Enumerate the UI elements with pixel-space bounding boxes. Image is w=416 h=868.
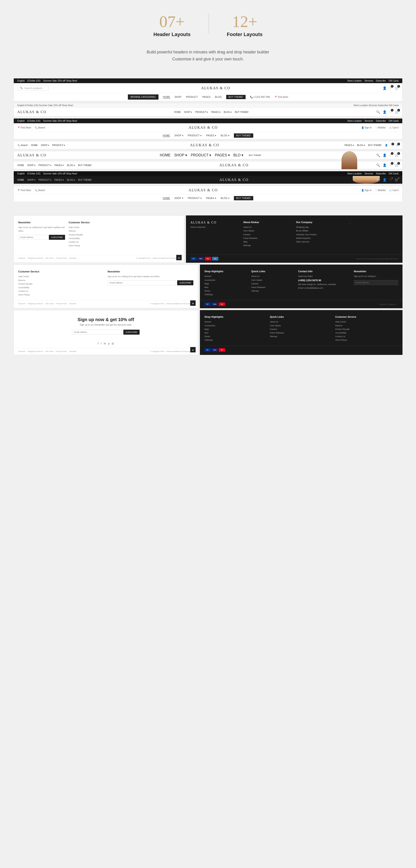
sh2-link-4[interactable]: Men	[204, 331, 267, 335]
nav-product-7[interactable]: PRODUCT ▾	[38, 179, 51, 181]
user-icon[interactable]: 👤	[383, 86, 386, 90]
search-icon-6[interactable]: 🔍	[376, 163, 380, 167]
search-icon-7[interactable]: 🔍	[376, 178, 380, 182]
shop-link-6[interactable]: Clothings	[204, 293, 248, 296]
wishlist-3[interactable]: ♡ Wishlist	[375, 126, 386, 129]
ql-link-2[interactable]: Core Values	[251, 278, 296, 282]
company-link-5[interactable]: Other Services	[296, 240, 345, 244]
about-link-6[interactable]: Sitemap	[243, 244, 292, 247]
lang-selector[interactable]: English	[17, 80, 25, 82]
sh2-link-2[interactable]: Accessories	[204, 324, 267, 328]
ql2-link-2[interactable]: Core Values	[270, 324, 333, 328]
store-loc-3[interactable]: Store Location	[347, 120, 362, 122]
nav-buy-2[interactable]: BUY THEME!	[235, 111, 248, 113]
pinterest-icon[interactable]: p	[108, 342, 109, 345]
sh2-link-1[interactable]: Women	[204, 320, 267, 323]
currency-7[interactable]: $ Dollar (US)	[28, 173, 40, 175]
gifts-3[interactable]: Gift Cards	[388, 120, 398, 122]
brand-logo-7[interactable]: ALUKAS & CO	[219, 178, 249, 182]
company-link-1[interactable]: Shopping App	[296, 225, 345, 229]
search-3[interactable]: 🔍 Search	[35, 126, 45, 129]
wishlist-2[interactable]: ♡0	[389, 110, 392, 114]
nav-product-4[interactable]: PRODUCT ▾	[52, 144, 65, 147]
user-icon-4[interactable]: 👤	[385, 144, 388, 147]
subscribe-link[interactable]: Subscribe	[376, 80, 386, 82]
lang-7[interactable]: English	[17, 173, 25, 175]
brand-logo-1[interactable]: ALUKAS & CO	[201, 86, 231, 90]
stockists-link[interactable]: Stockists	[69, 257, 76, 259]
search-icon-4[interactable]: 🔍 Search	[17, 144, 28, 147]
sh2-link-5[interactable]: Shoes	[204, 335, 267, 338]
nav-product-5[interactable]: PRODUCT ▾	[190, 153, 211, 157]
nav-pages-7[interactable]: PAGES ▾	[55, 179, 64, 181]
email-input-1[interactable]	[18, 235, 47, 240]
nav-blog-1[interactable]: BLOG	[215, 96, 222, 98]
privacy-link[interactable]: Privacy Policy	[56, 257, 67, 259]
user-icon-2[interactable]: 👤	[383, 110, 386, 114]
nav-product-6[interactable]: PRODUCT ▾	[38, 164, 51, 166]
nav-buy-6[interactable]: BUY THEME!	[78, 164, 92, 166]
nav-shop-8[interactable]: SHOP ▾	[174, 197, 183, 199]
gifts-7[interactable]: Gift Cards	[388, 173, 398, 175]
nav-home-1[interactable]: HOME	[163, 96, 170, 98]
stockists-link-3[interactable]: Stockists	[69, 350, 76, 352]
nav-pages-2[interactable]: PAGES ▾	[211, 111, 220, 113]
cart-icon-badge[interactable]: 🛒0	[395, 86, 398, 90]
browse-categories-btn[interactable]: BROWSE CATEGORIES	[128, 94, 159, 100]
cart-5[interactable]: 🛒0	[395, 153, 398, 157]
nav-blog-4[interactable]: BLOG ▾	[357, 144, 365, 147]
brand-logo-2[interactable]: ALUKAS & CO	[17, 110, 46, 114]
nav-buy-3[interactable]: BUY THEME!	[234, 133, 253, 138]
about-link-2[interactable]: Core Values	[243, 229, 292, 232]
ql-link-1[interactable]: About Us	[251, 275, 296, 278]
csd-link-3[interactable]: Product Recalls	[335, 328, 398, 331]
wishlist-6[interactable]: ♡0	[389, 163, 392, 167]
nav-blog-2[interactable]: BLOG ▾	[224, 111, 232, 113]
nav-shop-7[interactable]: SHOP ▾	[27, 179, 35, 181]
privacy-link-3[interactable]: Privacy Policy	[56, 350, 67, 352]
nav-shop-3[interactable]: SHOP ▾	[174, 134, 183, 137]
ql2-link-3[interactable]: Careers	[270, 328, 333, 331]
nav-shop-6[interactable]: SHOP ▾	[27, 164, 35, 166]
csd-link-2[interactable]: Returns	[335, 324, 398, 328]
gift-link-3[interactable]: Gift Cards	[45, 350, 54, 352]
search-box-1[interactable]: 🔍 Search products	[17, 85, 49, 91]
nav-buy-4[interactable]: BUY THEME!	[368, 144, 382, 147]
email-input-centered[interactable]	[72, 330, 122, 335]
subscribe-7[interactable]: Subscribe	[376, 173, 386, 175]
subscribe-btn-2[interactable]: SUBSCRIBE	[177, 280, 194, 285]
email-input-dark[interactable]	[354, 280, 398, 285]
sign-in-3[interactable]: 👤 Sign In	[361, 126, 372, 129]
ql2-link-4[interactable]: Press Releases	[270, 331, 333, 335]
cs2-link-5[interactable]: Contact Us	[18, 289, 104, 293]
gift-cards-link[interactable]: Gift Cards	[45, 257, 54, 259]
ql2-link-1[interactable]: About Us	[270, 320, 333, 323]
nav-blog-8[interactable]: BLOG ▾	[221, 197, 230, 199]
nav-home-2[interactable]: HOME	[174, 111, 181, 113]
nav-blog-6[interactable]: BLOG ▾	[67, 164, 75, 166]
payment-link-2[interactable]: Payment	[18, 303, 26, 305]
nav-product-3[interactable]: PRODUCT ▾	[188, 134, 202, 137]
wishlist-5[interactable]: ♡0	[389, 153, 392, 157]
nav-shop-4[interactable]: SHOP ▾	[41, 144, 49, 147]
cs-link-3[interactable]: Product Recalls	[69, 233, 103, 237]
services-7[interactable]: Services	[365, 173, 373, 175]
cs2-link-3[interactable]: Product Recalls	[18, 282, 104, 286]
ql-link-5[interactable]: Sitemap	[251, 289, 296, 293]
shop-link-4[interactable]: Men	[204, 285, 248, 289]
gift-cards-link[interactable]: Gift Cards	[388, 80, 398, 82]
cs2-link-1[interactable]: Help Center	[18, 275, 104, 278]
gifts-2[interactable]: Gift Cards	[388, 104, 398, 106]
company-link-3[interactable]: Advertise Your Product	[296, 233, 345, 237]
company-link-2[interactable]: Be an Affiliate	[296, 229, 345, 232]
cs-link-1[interactable]: Help Center	[69, 225, 103, 229]
lang-2[interactable]: English	[17, 104, 25, 106]
csd-link-4[interactable]: Accessibility	[335, 331, 398, 335]
search-icon-2[interactable]: 🔍	[376, 110, 380, 114]
cs2-link-2[interactable]: Returns	[18, 279, 104, 282]
stockists-link-2[interactable]: Stockists	[69, 303, 76, 305]
search-icon-5[interactable]: 🔍	[376, 153, 380, 157]
cart-4[interactable]: 🛒0	[396, 144, 398, 147]
payment-link[interactable]: Payment	[18, 257, 26, 259]
ql-link-3[interactable]: Careers	[251, 282, 296, 285]
